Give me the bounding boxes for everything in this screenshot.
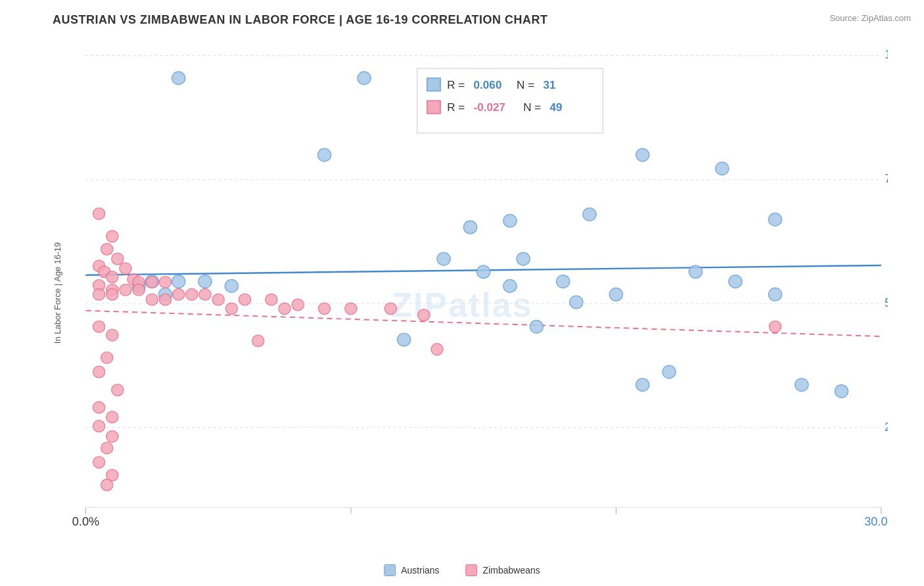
austrians-legend-label: Austrians xyxy=(401,565,439,575)
svg-point-64 xyxy=(120,263,131,275)
svg-point-35 xyxy=(716,162,729,175)
svg-point-83 xyxy=(239,294,250,305)
svg-point-80 xyxy=(146,294,158,305)
svg-point-95 xyxy=(431,344,443,355)
svg-point-48 xyxy=(198,275,212,288)
austrians-legend-box xyxy=(384,564,396,576)
svg-text:R =: R = xyxy=(447,101,465,114)
svg-text:0.060: 0.060 xyxy=(474,79,502,91)
svg-point-74 xyxy=(133,284,145,296)
svg-point-99 xyxy=(93,401,105,413)
svg-point-38 xyxy=(517,252,530,265)
svg-point-91 xyxy=(418,309,430,321)
svg-text:49: 49 xyxy=(550,101,563,114)
svg-point-29 xyxy=(358,72,371,85)
svg-point-55 xyxy=(636,378,649,392)
svg-point-31 xyxy=(463,221,476,234)
svg-point-37 xyxy=(437,252,450,265)
svg-rect-18 xyxy=(427,78,440,91)
zimbabweans-legend-box xyxy=(466,564,478,576)
svg-point-94 xyxy=(252,335,264,347)
svg-point-90 xyxy=(384,303,396,315)
svg-point-79 xyxy=(199,288,211,300)
svg-text:75.0%: 75.0% xyxy=(885,172,888,185)
svg-point-76 xyxy=(106,288,118,300)
svg-point-62 xyxy=(112,253,124,265)
svg-point-45 xyxy=(570,296,583,309)
legend-austrians: Austrians xyxy=(384,564,439,576)
svg-point-69 xyxy=(146,277,158,288)
svg-text:30.0%: 30.0% xyxy=(864,515,888,527)
chart-legend: Austrians Zimbabweans xyxy=(384,564,540,576)
svg-point-104 xyxy=(101,442,113,454)
svg-point-86 xyxy=(225,303,237,315)
svg-rect-23 xyxy=(427,101,440,114)
svg-point-107 xyxy=(101,479,113,491)
svg-point-39 xyxy=(477,265,490,279)
svg-point-47 xyxy=(172,275,185,288)
svg-point-60 xyxy=(106,231,118,242)
svg-point-93 xyxy=(106,329,118,341)
svg-text:-0.027: -0.027 xyxy=(474,101,506,114)
svg-point-66 xyxy=(106,271,118,283)
svg-point-92 xyxy=(93,321,105,332)
svg-point-33 xyxy=(636,148,649,162)
svg-text:100.0%: 100.0% xyxy=(885,49,888,62)
svg-point-70 xyxy=(159,277,171,288)
chart-svg: 100.0% 75.0% 50.0% 25.0% 0.0% 30.0% R = … xyxy=(53,36,888,527)
chart-container: AUSTRIAN VS ZIMBABWEAN IN LABOR FORCE | … xyxy=(0,0,924,586)
svg-point-77 xyxy=(173,288,185,300)
svg-point-54 xyxy=(662,365,676,378)
svg-point-53 xyxy=(398,333,411,346)
svg-text:N =: N = xyxy=(517,79,534,91)
source-text: Source: ZipAtlas.com xyxy=(829,13,911,23)
svg-text:50.0%: 50.0% xyxy=(885,296,888,309)
svg-point-59 xyxy=(93,208,105,219)
svg-text:R =: R = xyxy=(447,79,465,91)
chart-title: AUSTRIAN VS ZIMBABWEAN IN LABOR FORCE | … xyxy=(53,13,911,27)
svg-text:N =: N = xyxy=(523,101,541,114)
svg-text:0.0%: 0.0% xyxy=(72,515,99,527)
svg-text:31: 31 xyxy=(543,79,555,91)
svg-point-41 xyxy=(689,265,702,279)
svg-point-87 xyxy=(279,303,290,315)
svg-point-34 xyxy=(583,208,596,221)
svg-point-49 xyxy=(225,280,238,293)
svg-point-88 xyxy=(319,303,331,315)
svg-point-58 xyxy=(835,385,848,398)
svg-line-16 xyxy=(85,311,881,336)
svg-point-57 xyxy=(795,378,808,392)
svg-point-40 xyxy=(557,275,570,288)
svg-text:25.0%: 25.0% xyxy=(885,420,888,434)
svg-rect-17 xyxy=(417,68,603,133)
svg-point-100 xyxy=(106,411,118,423)
svg-point-43 xyxy=(503,280,517,293)
svg-point-103 xyxy=(106,431,118,443)
svg-point-101 xyxy=(769,321,781,332)
svg-point-84 xyxy=(266,294,277,305)
svg-point-85 xyxy=(292,299,304,311)
svg-point-36 xyxy=(768,213,781,226)
svg-point-44 xyxy=(609,288,622,301)
svg-point-61 xyxy=(101,244,113,256)
svg-point-56 xyxy=(768,288,781,301)
svg-point-32 xyxy=(503,214,517,227)
svg-point-89 xyxy=(345,303,357,315)
svg-point-96 xyxy=(101,352,113,364)
svg-point-42 xyxy=(729,275,742,288)
svg-point-102 xyxy=(93,420,105,432)
svg-point-30 xyxy=(317,148,331,162)
svg-point-78 xyxy=(186,288,198,300)
svg-point-73 xyxy=(120,284,131,296)
svg-point-97 xyxy=(93,366,105,378)
zimbabweans-legend-label: Zimbabweans xyxy=(483,565,540,575)
svg-point-81 xyxy=(159,294,171,305)
svg-point-98 xyxy=(112,384,124,396)
svg-point-82 xyxy=(212,294,224,305)
svg-point-105 xyxy=(93,457,105,468)
legend-zimbabweans: Zimbabweans xyxy=(466,564,540,576)
svg-point-75 xyxy=(93,288,105,300)
svg-point-28 xyxy=(172,72,185,85)
svg-point-52 xyxy=(530,320,543,333)
